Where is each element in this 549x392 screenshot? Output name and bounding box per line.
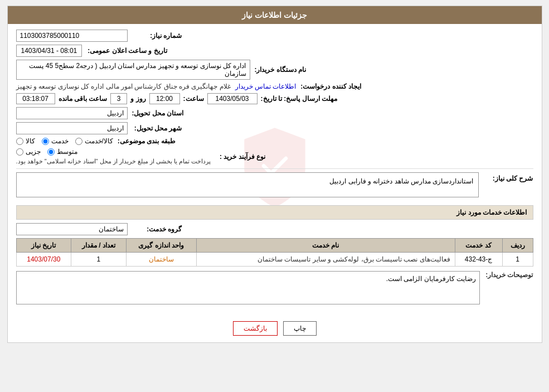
tabaqe-kala-khedmat-label: کالا/خدمت bbox=[85, 137, 113, 145]
cell-unit: ساختمان bbox=[126, 253, 196, 267]
time-label: ساعت: bbox=[183, 95, 204, 103]
col-unit: واحد اندازه گیری bbox=[126, 239, 196, 253]
farayand-motavasset-radio[interactable] bbox=[47, 148, 55, 156]
namDastgah-label: نام دستگاه خریدار: bbox=[255, 66, 307, 74]
remaining-value: 03:18:07 bbox=[16, 93, 55, 104]
shomareNiaz-value: 1103003785000110 bbox=[16, 30, 128, 42]
farayand-jozii-radio[interactable] bbox=[16, 148, 23, 156]
cell-date: 1403/07/30 bbox=[16, 253, 71, 267]
namDastgah-value: اداره کل نوسازی توسعه و تجهیز مدارس استا… bbox=[16, 60, 250, 80]
col-code: کد خدمت bbox=[455, 239, 502, 253]
shomareNiaz-label: شماره نیاز: bbox=[132, 32, 182, 40]
cell-name: فعالیت‌های نصب تاسیسات برق، لوله‌کشی و س… bbox=[196, 253, 455, 267]
ostanTahvil-label: استان محل تحویل: bbox=[132, 109, 184, 117]
farayand-note: پرداخت تمام یا بخشی از مبلغ خریدار از مح… bbox=[16, 158, 211, 165]
roz-label: روز و bbox=[130, 95, 145, 103]
goroheKhedmat-label: گروه خدمت: bbox=[132, 225, 182, 233]
sharhKoli-row: شرح کلی نیاز: استانداردسازی مدارس شاهد د… bbox=[16, 172, 533, 201]
col-date: تاریخ نیاز bbox=[16, 239, 71, 253]
tabaqeBandi-options: کالا/خدمت خدمت کالا bbox=[16, 137, 113, 145]
shahrTahvil-row: شهر محل تحویل: اردبیل bbox=[16, 122, 533, 134]
noeFarayand-label: نوع فرآیند خرید : bbox=[215, 153, 265, 161]
tosiyeKharidar-value: رضایت کارفرمایان الزامی است. bbox=[16, 271, 480, 304]
tabaqe-khedmat-option[interactable]: خدمت bbox=[42, 137, 69, 145]
sharhKoli-value: استانداردسازی مدارس شاهد دخترانه و فاراب… bbox=[16, 172, 479, 197]
content-area: شماره نیاز: 1103003785000110 تاریخ و ساع… bbox=[8, 24, 542, 314]
tabaqeBandi-row: طبقه بندی موضوعی: کالا/خدمت خدمت کالا bbox=[16, 137, 533, 145]
farayand-motavasset-label: متوسط bbox=[57, 148, 77, 156]
goroheKhedmat-row: گروه خدمت: ساختمان bbox=[16, 223, 533, 235]
namDastgah-row: نام دستگاه خریدار: اداره کل نوسازی توسعه… bbox=[16, 60, 533, 80]
print-button[interactable]: چاپ bbox=[283, 321, 317, 336]
tabaqe-kala-option[interactable]: کالا bbox=[16, 137, 35, 145]
tabaqeBandi-label: طبقه بندی موضوعی: bbox=[118, 137, 176, 145]
shahrTahvil-value: اردبیل bbox=[16, 122, 128, 134]
shahrTahvil-label: شهر محل تحویل: bbox=[132, 124, 182, 132]
farayand-jozii-option[interactable]: جزیی bbox=[16, 148, 41, 156]
tosiye-content: رضایت کارفرمایان الزامی است. bbox=[16, 271, 480, 304]
announce-row: تاریخ و ساعت اعلان عمومی: 1403/04/31 - 0… bbox=[16, 45, 533, 57]
tabaqe-kala-label: کالا bbox=[26, 137, 35, 145]
mohlatErsal-label: مهلت ارسال پاسخ: تا تاریخ: bbox=[261, 95, 337, 103]
ostanTahvil-value: اردبیل bbox=[16, 107, 128, 119]
content-inner: شماره نیاز: 1103003785000110 تاریخ و ساع… bbox=[16, 30, 533, 304]
footer-buttons: چاپ بازگشت bbox=[8, 314, 542, 342]
shomareNiaz-row: شماره نیاز: 1103003785000110 bbox=[16, 30, 533, 42]
ijadKonande-row: ایجاد کننده درخواست: اطلاعات تماس خریدار… bbox=[16, 83, 533, 90]
back-button[interactable]: بازگشت bbox=[233, 321, 278, 336]
noeFarayand-row: نوع فرآیند خرید : متوسط جزیی پرداخت تمام… bbox=[16, 148, 533, 165]
cell-radif: 1 bbox=[502, 253, 533, 267]
sharhKoli-label: شرح کلی نیاز: bbox=[483, 172, 533, 182]
tosiye-wrapper: توصیحات خریدار: رضایت کارفرمایان الزامی … bbox=[16, 271, 533, 304]
cell-code: ج-43-432 bbox=[455, 253, 502, 267]
ijadKonande-label: ایجاد کننده درخواست: bbox=[300, 83, 361, 90]
tabaqe-kala-khedmat-option[interactable]: کالا/خدمت bbox=[75, 137, 113, 145]
col-radif: ردیف bbox=[502, 239, 533, 253]
roz-value: 3 bbox=[110, 93, 127, 104]
table-row: 1 ج-43-432 فعالیت‌های نصب تاسیسات برق، ل… bbox=[16, 253, 533, 267]
tosiyeKharidar-label: توصیحات خریدار: bbox=[485, 271, 533, 279]
ijadKonande-value: غلام جهانگیری فره جناق کارشناس امور مالی… bbox=[16, 83, 231, 90]
announce-label: تاریخ و ساعت اعلان عمومی: bbox=[88, 47, 167, 55]
col-count: تعداد / مقدار bbox=[71, 239, 126, 253]
ostanTahvil-row: استان محل تحویل: اردبیل bbox=[16, 107, 533, 119]
farayand-options: متوسط جزیی پرداخت تمام یا بخشی از مبلغ خ… bbox=[16, 148, 211, 165]
contact-info-link[interactable]: اطلاعات تماس خریدار bbox=[235, 83, 297, 90]
announce-date: 1403/04/31 - 08:01 bbox=[16, 45, 82, 57]
tabaqe-kala-khedmat-radio[interactable] bbox=[75, 138, 82, 145]
deadline-time: 12:00 bbox=[149, 93, 180, 104]
page-title: جزئیات اطلاعات نیاز bbox=[8, 6, 542, 24]
deadline-row: مهلت ارسال پاسخ: تا تاریخ: 1403/05/03 سا… bbox=[16, 93, 533, 104]
infoKhadamat-title: اطلاعات خدمات مورد نیاز bbox=[16, 205, 533, 220]
farayand-radio-group: متوسط جزیی bbox=[16, 148, 77, 156]
goroheKhedmat-value: ساختمان bbox=[16, 223, 128, 235]
cell-count: 1 bbox=[71, 253, 126, 267]
tabaqe-kala-radio[interactable] bbox=[16, 138, 23, 145]
divider-1 bbox=[16, 168, 533, 169]
page-wrapper: جزئیات اطلاعات نیاز شماره نیاز: 11030037… bbox=[7, 6, 542, 343]
col-name: نام خدمت bbox=[196, 239, 455, 253]
tabaqe-khedmat-radio[interactable] bbox=[42, 138, 49, 145]
service-table: ردیف کد خدمت نام خدمت واحد اندازه گیری ت… bbox=[16, 238, 533, 267]
farayand-motavasset-option[interactable]: متوسط bbox=[47, 148, 77, 156]
deadline-date: 1403/05/03 bbox=[207, 93, 258, 104]
tabaqe-khedmat-label: خدمت bbox=[51, 137, 69, 145]
farayand-jozii-label: جزیی bbox=[26, 148, 41, 156]
remaining-label: ساعت باقی مانده bbox=[59, 95, 108, 103]
